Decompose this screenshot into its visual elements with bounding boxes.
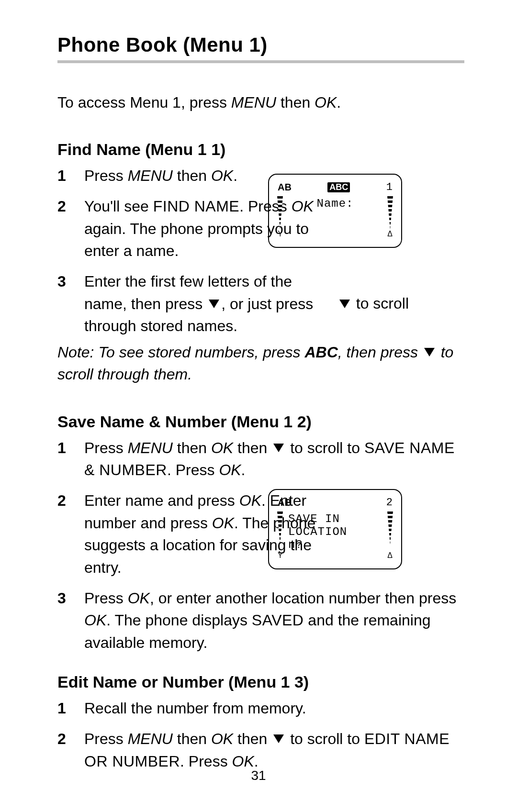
intro-text: To access Menu 1, press MENU then OK. (57, 92, 464, 113)
down-arrow-icon (424, 348, 435, 356)
text: , or just press (221, 295, 313, 312)
heading-save-name: Save Name & Number (Menu 1 2) (57, 412, 464, 431)
screen-bottom-row: Y Δ (277, 551, 393, 560)
screen-number: 1 (386, 181, 393, 193)
lcd-text: FIND NAME (153, 198, 240, 215)
screen-bottom-left: Y (278, 230, 283, 238)
text: . The phone displays (106, 612, 252, 629)
text: . (241, 461, 246, 478)
text: then (233, 730, 271, 747)
screen-bottom-right: Δ (387, 551, 393, 560)
text: to scroll to (286, 439, 364, 456)
step-2: Press MENU then OK then to scroll to EDI… (57, 728, 464, 772)
phone-screen-save-name: AB 2 SAVE IN LOCATION n? Y Δ (268, 489, 402, 569)
phone-screen-find-name: AB ABC 1 Name: Y Δ (268, 174, 402, 248)
key-menu: MENU (128, 439, 173, 456)
text: Enter name and press (84, 492, 239, 509)
text: . (337, 94, 341, 111)
key-ok: OK (84, 612, 106, 629)
text: Press (84, 439, 128, 456)
screen-body: SAVE IN LOCATION n? (277, 512, 393, 551)
screen-bottom-right: Δ (387, 230, 393, 238)
abc-chip: ABC (327, 182, 350, 192)
page-number: 31 (0, 768, 517, 783)
text: You'll see (84, 198, 153, 215)
title-rule (57, 60, 464, 63)
down-arrow-icon (273, 444, 284, 452)
steps-find-name: Press MENU then OK. You'll see FIND NAME… (57, 165, 464, 337)
screen-bottom-row: Y Δ (277, 230, 393, 238)
text: Enter the first few letters of the name,… (84, 270, 333, 315)
step-1: Press MENU then OK then to scroll to SAV… (57, 437, 464, 481)
text: . Press (180, 753, 232, 770)
text: to scroll to (286, 730, 364, 747)
down-arrow-icon (273, 734, 284, 743)
key-ok: OK (315, 94, 337, 111)
signal-right-icon (387, 512, 393, 545)
screen-line: SAVE IN (288, 512, 387, 525)
screen-text: Name: (283, 196, 387, 210)
screen-text: SAVE IN LOCATION n? (283, 512, 387, 551)
key-ok: OK (239, 492, 261, 509)
screen-line: LOCATION (288, 525, 387, 538)
text: Press (84, 590, 128, 607)
key-menu: MENU (128, 730, 173, 747)
key-abc: ABC (304, 344, 337, 361)
key-ok: OK (232, 753, 254, 770)
text: then (276, 94, 315, 111)
key-menu: MENU (128, 167, 173, 184)
step-3: Press OK, or enter another location numb… (57, 587, 464, 654)
step-3: Enter the first few letters of the name,… (57, 270, 464, 337)
key-ok: OK (211, 167, 233, 184)
down-arrow-icon (209, 300, 219, 308)
text: then (173, 167, 211, 184)
manual-page: Phone Book (Menu 1) To access Menu 1, pr… (0, 0, 517, 812)
signal-right-icon (387, 196, 393, 230)
key-ok: OK (212, 514, 234, 532)
mode-indicator: AB (278, 182, 292, 193)
key-ok: OK (219, 461, 241, 478)
key-ok: OK (211, 439, 233, 456)
text: To access Menu 1, press (57, 94, 231, 111)
screen-status-row: AB 2 (277, 497, 393, 512)
steps-edit-name: Recall the number from memory. Press MEN… (57, 697, 464, 772)
signal-left-icon (277, 196, 283, 230)
text: . (254, 753, 258, 770)
step-1: Press MENU then OK. (57, 165, 464, 187)
text: then (173, 730, 211, 747)
page-title: Phone Book (Menu 1) (57, 33, 464, 56)
key-ok: OK (211, 730, 233, 747)
text: . (233, 167, 237, 184)
screen-bottom-left: Y (278, 551, 283, 560)
text: , then press (338, 344, 422, 361)
section-save-name: Save Name & Number (Menu 1 2) Press MENU… (57, 412, 464, 654)
heading-find-name: Find Name (Menu 1 1) (57, 140, 464, 159)
section-edit-name: Edit Name or Number (Menu 1 3) Recall th… (57, 673, 464, 772)
step-1: Recall the number from memory. (57, 697, 464, 719)
text: , or enter another location number then … (150, 590, 456, 607)
text: Note: To see stored numbers, press (57, 344, 304, 361)
steps-save-name: Press MENU then OK then to scroll to SAV… (57, 437, 464, 654)
key-menu: MENU (231, 94, 276, 111)
text: Press (84, 730, 128, 747)
heading-edit-name: Edit Name or Number (Menu 1 3) (57, 673, 464, 691)
section-find-name: Find Name (Menu 1 1) Press MENU then OK.… (57, 140, 464, 341)
screen-line: n? (288, 538, 387, 551)
text: then (173, 439, 211, 456)
screen-status-row: AB ABC 1 (277, 181, 393, 196)
mode-indicator: AB (278, 497, 292, 508)
key-ok: OK (128, 590, 150, 607)
text: Press (84, 167, 128, 184)
note-find-name: Note: To see stored numbers, press ABC, … (57, 341, 464, 386)
signal-left-icon (277, 512, 283, 545)
down-arrow-icon (339, 300, 350, 308)
screen-body: Name: (277, 196, 393, 230)
text: . Press (167, 461, 219, 478)
text: then (233, 439, 271, 456)
screen-number: 2 (386, 497, 393, 509)
lcd-text: SAVED (252, 612, 304, 629)
